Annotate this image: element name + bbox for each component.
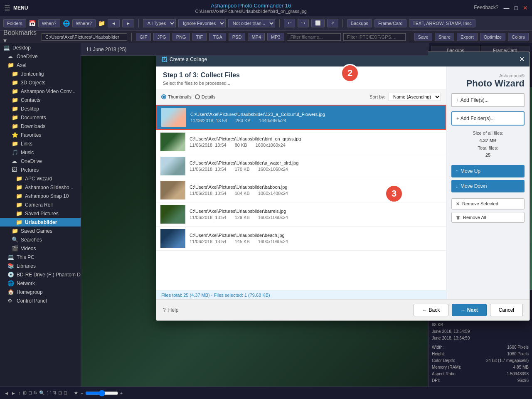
sidebar-item-homegroup[interactable]: 🏠 Homegroup: [0, 288, 81, 296]
status-zoom-icon[interactable]: 🔍: [39, 390, 45, 396]
file-item-2[interactable]: C:\Users\Axel\Pictures\Urlaubsbilder\a_w…: [156, 154, 446, 178]
sidebar-item-urlaubsbilder[interactable]: 📁 Urlaubsbilder: [0, 218, 81, 227]
optimize-button[interactable]: Optimize: [480, 33, 505, 41]
gif-button[interactable]: GIF: [136, 33, 151, 41]
sidebar-item-contacts[interactable]: 📁 Contacts: [0, 96, 81, 104]
sidebar-item-axel[interactable]: 📁 Axel: [0, 61, 81, 69]
sidebar-item-slideshow[interactable]: 📁 Ashampoo Slidesho...: [0, 183, 81, 192]
status-grid-icon[interactable]: ⊞: [23, 390, 27, 396]
folders-button[interactable]: Folders: [3, 19, 26, 27]
sidebar-item-control-panel[interactable]: ⚙ Control Panel: [0, 296, 81, 305]
sidebar-item-saved-games[interactable]: 📁 Saved Games: [0, 227, 81, 235]
when-button[interactable]: When?: [38, 19, 60, 27]
zoom-slider[interactable]: [85, 390, 118, 397]
move-up-button[interactable]: ↑ Move Up: [451, 165, 525, 177]
all-types-select[interactable]: All Types: [143, 19, 176, 27]
status-view-icon[interactable]: ⊞: [58, 390, 62, 396]
sidebar-item-3d[interactable]: 📁 3D Objects: [0, 78, 81, 87]
sidebar-item-downloads[interactable]: 📁 Downloads: [0, 122, 81, 131]
app-menu-label[interactable]: MENU: [13, 5, 28, 11]
status-export-icon[interactable]: ⊟: [64, 390, 67, 396]
remove-selected-button[interactable]: ✕ Remove Selected: [451, 198, 525, 209]
sidebar-item-apc[interactable]: 📁 APC Wizard: [0, 174, 81, 183]
filter-filename-input[interactable]: [287, 33, 341, 41]
sidebar-item-documents[interactable]: 📁 Documents: [0, 113, 81, 122]
hamburger-icon[interactable]: ☰: [4, 4, 10, 12]
sidebar-item-searches[interactable]: 🔍 Searches: [0, 235, 81, 244]
path-input[interactable]: [42, 33, 127, 41]
status-sort-icon[interactable]: ⇅: [53, 390, 57, 396]
bookmarks-label[interactable]: Bookmarks ▾: [3, 29, 39, 44]
zoom-minus[interactable]: −: [81, 391, 83, 396]
sidebar-item-libraries[interactable]: 📚 Libraries: [0, 261, 81, 270]
maximize-button[interactable]: □: [515, 5, 518, 11]
status-nav-back[interactable]: ◄: [4, 391, 9, 396]
sidebar-item-music[interactable]: 🎵 Music: [0, 148, 81, 157]
sidebar-item-desktop[interactable]: 💻 Desktop: [0, 43, 81, 52]
dialog-close-button[interactable]: ✕: [519, 55, 525, 63]
sidebar-item-saved-pictures[interactable]: 📁 Saved Pictures: [0, 209, 81, 218]
move-down-button[interactable]: ↓ Move Down: [451, 180, 525, 192]
feedback-link[interactable]: Feedback?: [474, 5, 498, 11]
colors-button[interactable]: Colors: [508, 33, 529, 41]
sidebar-item-pictures[interactable]: 🖼 Pictures: [0, 165, 81, 174]
sidebar-item-desktop2[interactable]: 📁 Desktop: [0, 104, 81, 113]
filter-iptc-input[interactable]: [343, 33, 406, 41]
add-folder-button[interactable]: + Add Folder(s)...: [451, 111, 525, 126]
sidebar-item-snap[interactable]: 📁 Ashampoo Snap 10: [0, 192, 81, 200]
share-button[interactable]: Share: [435, 33, 454, 41]
status-grid2-icon[interactable]: ⊟: [28, 390, 32, 396]
sidebar-item-camera-roll[interactable]: 📁 Camera Roll: [0, 200, 81, 209]
sidebar-item-bdre[interactable]: 💿 BD-RE Drive (F:) Phantom D...: [0, 270, 81, 279]
save-button[interactable]: Save: [414, 33, 432, 41]
close-button[interactable]: ✕: [523, 5, 528, 11]
thumbnails-radio[interactable]: Thumbnails: [161, 94, 192, 99]
sidebar-item-ashampoo-video[interactable]: 📁 Ashampoo Video Conv...: [0, 87, 81, 96]
not-older-select[interactable]: Not older than...: [228, 19, 275, 27]
sidebar-item-fontconfig[interactable]: 📁 .fontconfig: [0, 69, 81, 78]
backups-button[interactable]: Backups: [347, 19, 372, 27]
share-icon-button[interactable]: ⇗: [327, 19, 338, 27]
sidebar-item-videos[interactable]: 🎬 Videos: [0, 244, 81, 253]
nav-forward-button[interactable]: ►: [122, 19, 134, 27]
psd-button[interactable]: PSD: [229, 33, 246, 41]
sidebar-item-thispc[interactable]: 💻 This PC: [0, 253, 81, 261]
file-item-4[interactable]: C:\Users\Axel\Pictures\Urlaubsbilder\bar…: [156, 202, 446, 227]
minimize-button[interactable]: —: [504, 5, 510, 11]
mp4-button[interactable]: MP4: [248, 33, 265, 41]
mp3-button[interactable]: MP3: [267, 33, 284, 41]
status-fullscreen-icon[interactable]: ⛶: [47, 391, 51, 396]
sidebar-item-links[interactable]: 📁 Links: [0, 139, 81, 148]
undo-button[interactable]: ↩: [284, 19, 295, 27]
file-item-1[interactable]: C:\Users\Axel\Pictures\Urlaubsbilder\bir…: [156, 130, 446, 154]
zoom-plus[interactable]: +: [120, 391, 123, 396]
file-item-5[interactable]: C:\Users\Axel\Pictures\Urlaubsbilder\bea…: [156, 227, 446, 251]
jpg-button[interactable]: JPG: [153, 33, 170, 41]
redo-button[interactable]: ↪: [298, 19, 309, 27]
view-button[interactable]: ⬜: [311, 19, 325, 27]
export-button[interactable]: Export: [457, 33, 478, 41]
sidebar-item-onedrive2[interactable]: ☁ OneDrive: [0, 157, 81, 165]
status-star-icon[interactable]: ★: [74, 390, 78, 396]
file-item-0[interactable]: C:\Users\Axel\Pictures\Urlaubsbilder\123…: [156, 105, 446, 130]
text-arrow-button[interactable]: TEXT, ARROW, STAMP, Insc: [409, 19, 475, 27]
sidebar-item-favorites[interactable]: ⭐ Favorites: [0, 131, 81, 139]
tif-button[interactable]: TIF: [192, 33, 207, 41]
status-nav-forward[interactable]: ►: [11, 391, 16, 396]
cancel-button[interactable]: Cancel: [490, 304, 523, 316]
sidebar-item-network[interactable]: 🌐 Network: [0, 279, 81, 288]
back-button[interactable]: ← Back: [414, 304, 448, 316]
sidebar-item-onedrive[interactable]: ☁ OneDrive: [0, 52, 81, 61]
status-rotate-icon[interactable]: ↻: [34, 390, 37, 396]
details-radio[interactable]: Details: [195, 94, 216, 99]
png-button[interactable]: PNG: [172, 33, 190, 41]
help-button[interactable]: ? Help: [163, 307, 178, 313]
sort-select[interactable]: Name (Ascending): [389, 93, 441, 101]
tga-button[interactable]: TGA: [209, 33, 226, 41]
ignore-favorites-select[interactable]: Ignore Favorites: [178, 19, 226, 27]
where-button[interactable]: Where?: [72, 19, 96, 27]
nav-back-button[interactable]: ◄: [108, 19, 120, 27]
add-files-button[interactable]: + Add File(s)...: [451, 93, 525, 107]
remove-all-button[interactable]: 🗑 Remove All: [451, 212, 525, 223]
next-button[interactable]: → Next: [452, 304, 486, 316]
